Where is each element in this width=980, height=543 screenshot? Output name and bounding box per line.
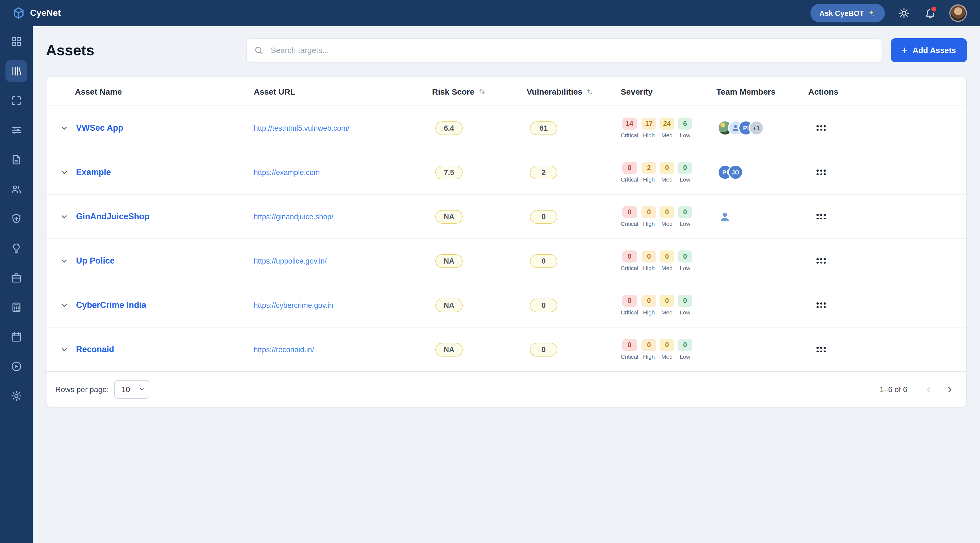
asset-name-link[interactable]: Up Police bbox=[76, 256, 115, 266]
sidebar-item-runs[interactable] bbox=[5, 355, 27, 377]
table-body: VWSec App http://testhtml5.vulnweb.com/ … bbox=[46, 106, 966, 371]
med-count-chip: 0 bbox=[660, 162, 674, 174]
notifications-button[interactable] bbox=[923, 6, 937, 20]
calendar-icon bbox=[10, 331, 22, 343]
sidebar-item-assets[interactable] bbox=[5, 60, 27, 82]
severity-group: 0Critical 0High 0Med 0Low bbox=[621, 339, 692, 360]
asset-name-link[interactable]: VWSec App bbox=[76, 123, 123, 133]
users-icon bbox=[10, 183, 22, 195]
add-assets-button[interactable]: + Add Assets bbox=[891, 38, 967, 62]
shield-plus-icon bbox=[10, 213, 22, 225]
column-risk-score: Risk Score bbox=[432, 87, 527, 96]
search-icon bbox=[254, 45, 264, 55]
row-actions-button[interactable] bbox=[813, 299, 829, 311]
risk-score-badge: NA bbox=[435, 342, 463, 356]
sidebar-item-scan[interactable] bbox=[5, 90, 27, 111]
chevron-down-icon bbox=[60, 257, 68, 265]
sidebar-item-dashboard[interactable] bbox=[5, 30, 27, 53]
expand-row-button[interactable] bbox=[57, 210, 70, 223]
severity-group: 0Critical 2High 0Med 0Low bbox=[621, 162, 692, 183]
low-count-chip: 0 bbox=[678, 295, 692, 307]
sort-vulnerabilities-icon[interactable] bbox=[586, 87, 594, 96]
table-row: Example https://example.com 7.5 2 0Criti… bbox=[46, 150, 966, 194]
prev-page-button[interactable] bbox=[920, 381, 937, 398]
expand-row-button[interactable] bbox=[57, 166, 70, 179]
theme-toggle-button[interactable] bbox=[897, 6, 911, 20]
column-asset-url: Asset URL bbox=[254, 87, 432, 96]
row-actions-button[interactable] bbox=[813, 122, 829, 134]
team-member-avatar[interactable]: JO bbox=[728, 165, 743, 180]
table-header-row: Asset Name Asset URL Risk Score Vulnerab… bbox=[46, 77, 966, 106]
row-actions-button[interactable] bbox=[813, 255, 829, 267]
risk-score-badge: 7.5 bbox=[435, 166, 463, 179]
low-count-chip: 0 bbox=[678, 250, 692, 263]
asset-url-link[interactable]: https://uppolice.gov.in/ bbox=[254, 257, 327, 265]
expand-row-button[interactable] bbox=[57, 121, 70, 135]
severity-group: 14Critical 17High 24Med 6Low bbox=[621, 118, 692, 139]
risk-score-badge: 6.4 bbox=[435, 121, 463, 135]
severity-label: High bbox=[643, 132, 655, 139]
row-actions-button[interactable] bbox=[813, 210, 829, 223]
row-actions-button[interactable] bbox=[813, 166, 829, 178]
severity-label: Low bbox=[680, 176, 690, 183]
team-more-badge[interactable]: +1 bbox=[749, 120, 764, 135]
asset-name-link[interactable]: Reconaid bbox=[76, 344, 114, 354]
severity-label: Critical bbox=[621, 265, 638, 271]
brand-name: CyeNet bbox=[30, 8, 61, 18]
asset-name-link[interactable]: Example bbox=[76, 167, 111, 177]
vulnerabilities-badge: 0 bbox=[530, 210, 557, 223]
sidebar-item-security[interactable] bbox=[5, 208, 27, 230]
severity-label: High bbox=[643, 265, 655, 271]
expand-row-button[interactable] bbox=[57, 343, 70, 356]
expand-row-button[interactable] bbox=[57, 254, 70, 268]
severity-label: Critical bbox=[621, 132, 638, 139]
search-input[interactable] bbox=[246, 38, 882, 62]
sort-risk-score-icon[interactable] bbox=[478, 87, 486, 96]
navbar-actions: Ask CyeBOT bbox=[810, 4, 967, 22]
add-assets-label: Add Assets bbox=[913, 46, 956, 55]
table-row: CyberCrime India https://cybercrime.gov.… bbox=[46, 283, 966, 327]
sidebar-item-filters[interactable] bbox=[5, 119, 27, 141]
page-range: 1–6 of 6 bbox=[880, 385, 907, 394]
vulnerabilities-badge: 0 bbox=[530, 342, 557, 356]
chevron-left-icon bbox=[924, 385, 933, 394]
severity-label: Critical bbox=[621, 176, 638, 183]
ask-cyebot-button[interactable]: Ask CyeBOT bbox=[810, 4, 885, 22]
team-member-avatar[interactable] bbox=[718, 209, 732, 224]
sidebar-item-insights[interactable] bbox=[5, 237, 27, 259]
sidebar-item-reports[interactable] bbox=[5, 149, 27, 170]
expand-row-button[interactable] bbox=[57, 299, 70, 312]
severity-label: Med bbox=[662, 265, 673, 271]
asset-name-link[interactable]: CyberCrime India bbox=[76, 300, 146, 310]
sidebar-item-team[interactable] bbox=[5, 178, 27, 200]
sidebar-item-settings[interactable] bbox=[5, 385, 27, 407]
team-members: PI+1 bbox=[716, 120, 808, 135]
library-icon bbox=[10, 65, 22, 77]
asset-url-link[interactable]: https://ginandjuice.shop/ bbox=[254, 212, 333, 221]
sidebar-item-projects[interactable] bbox=[5, 267, 27, 289]
pagination-controls: 1–6 of 6 bbox=[880, 381, 958, 398]
asset-url-link[interactable]: https://cybercrime.gov.in bbox=[254, 301, 333, 309]
critical-count-chip: 0 bbox=[622, 339, 637, 351]
next-page-button[interactable] bbox=[941, 381, 958, 398]
app-root: CyeNet Ask CyeBOT Assets bbox=[0, 0, 980, 543]
pagination-bar: Rows per page: 10 1–6 of 6 bbox=[46, 371, 966, 407]
low-count-chip: 0 bbox=[678, 339, 692, 351]
asset-url-link[interactable]: https://reconaid.in/ bbox=[254, 346, 314, 354]
user-avatar[interactable] bbox=[950, 4, 967, 22]
column-severity: Severity bbox=[621, 87, 716, 96]
asset-url-link[interactable]: http://testhtml5.vulnweb.com/ bbox=[254, 124, 350, 132]
assets-table-card: Asset Name Asset URL Risk Score Vulnerab… bbox=[46, 76, 967, 408]
severity-label: Med bbox=[662, 220, 673, 227]
med-count-chip: 24 bbox=[660, 118, 674, 130]
sidebar-item-calculator[interactable] bbox=[5, 296, 27, 318]
row-actions-button[interactable] bbox=[813, 343, 829, 355]
calculator-icon bbox=[10, 301, 22, 313]
sidebar-item-calendar[interactable] bbox=[5, 326, 27, 348]
asset-url-link[interactable]: https://example.com bbox=[254, 168, 320, 176]
med-count-chip: 0 bbox=[660, 339, 674, 351]
rows-per-page-select[interactable]: 10 bbox=[114, 380, 149, 399]
search-box bbox=[246, 38, 882, 62]
asset-name-link[interactable]: GinAndJuiceShop bbox=[76, 212, 150, 221]
severity-group: 0Critical 0High 0Med 0Low bbox=[621, 206, 692, 227]
